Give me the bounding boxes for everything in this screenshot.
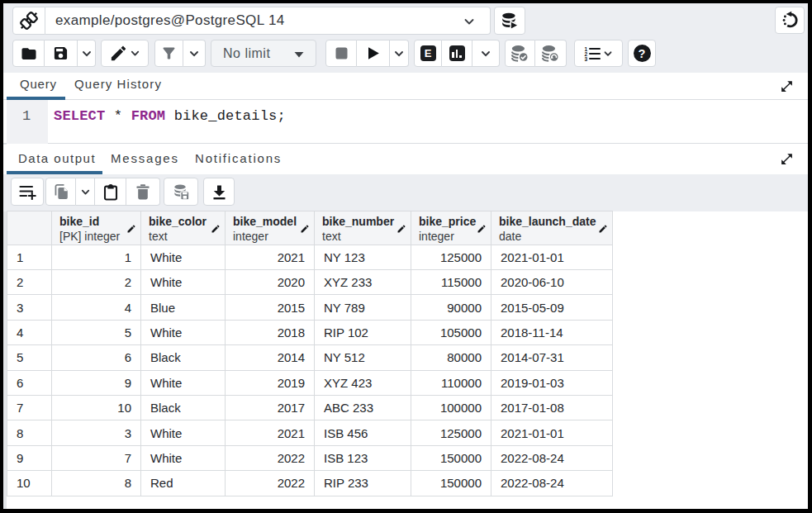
svg-text:3: 3 — [585, 55, 588, 61]
